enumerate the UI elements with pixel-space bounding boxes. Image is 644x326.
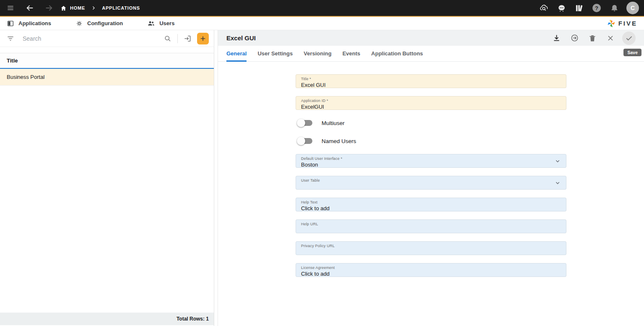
privacy-policy-url-field[interactable]: Privacy Policy URL bbox=[296, 241, 566, 255]
notifications-bell-icon[interactable] bbox=[609, 3, 620, 13]
chevron-down-icon bbox=[554, 158, 561, 164]
tab-events[interactable]: Events bbox=[343, 46, 361, 62]
plus-icon bbox=[199, 35, 207, 42]
forward-arrow-icon[interactable] bbox=[44, 3, 55, 13]
help-icon[interactable]: ? bbox=[591, 3, 602, 13]
users-people-icon bbox=[147, 19, 155, 27]
nav-item-applications[interactable]: Applications bbox=[7, 20, 51, 27]
general-form: Title * Excel GUI Application ID * Excel… bbox=[218, 62, 644, 326]
table-header-title[interactable]: Title bbox=[0, 53, 214, 69]
configuration-gear-icon bbox=[75, 20, 83, 27]
title-field[interactable]: Title * Excel GUI bbox=[296, 74, 566, 88]
tab-user-settings[interactable]: User Settings bbox=[257, 46, 293, 62]
help-text-field[interactable]: Help Text Click to add bbox=[296, 198, 566, 211]
cloud-inspect-icon[interactable] bbox=[538, 3, 549, 13]
multiuser-switch[interactable] bbox=[298, 120, 312, 126]
breadcrumb-home[interactable]: HOME bbox=[60, 5, 85, 11]
save-tooltip: Save bbox=[623, 49, 641, 56]
close-icon[interactable] bbox=[604, 32, 617, 44]
user-table-select[interactable]: User Table bbox=[296, 176, 566, 190]
toolbar-divider bbox=[177, 34, 178, 43]
applications-table: Title Business Portal Total Rows: 1 bbox=[0, 53, 214, 326]
application-detail-panel: Excel GUI General bbox=[218, 30, 644, 326]
user-avatar[interactable]: C bbox=[626, 2, 639, 14]
detail-tabs: General User Settings Versioning Events … bbox=[218, 46, 644, 62]
table-empty-space bbox=[0, 86, 214, 313]
tab-versioning[interactable]: Versioning bbox=[304, 46, 331, 62]
list-search-toolbar bbox=[0, 30, 214, 47]
total-rows-label: Total Rows: 1 bbox=[177, 316, 209, 322]
multiuser-toggle-row: Multiuser bbox=[296, 118, 566, 128]
filter-icon[interactable] bbox=[5, 33, 16, 44]
help-url-field[interactable]: Help URL bbox=[296, 219, 566, 233]
applications-panel-icon bbox=[7, 20, 14, 27]
home-icon bbox=[60, 5, 67, 11]
assistant-bot-icon[interactable] bbox=[556, 3, 567, 13]
license-agreement-field[interactable]: License Agreement Click to add bbox=[296, 263, 566, 277]
back-arrow-icon[interactable] bbox=[24, 3, 35, 13]
five-pinwheel-icon bbox=[607, 19, 616, 28]
breadcrumb-chevron-icon bbox=[91, 5, 96, 10]
panel-gap bbox=[214, 30, 218, 326]
save-check-icon[interactable] bbox=[622, 31, 636, 45]
tab-general[interactable]: General bbox=[226, 46, 247, 62]
application-id-field[interactable]: Application ID * ExcelGUI bbox=[296, 96, 566, 110]
five-logo: FIVE bbox=[607, 19, 637, 28]
delete-trash-icon[interactable] bbox=[586, 32, 599, 44]
add-application-button[interactable] bbox=[197, 33, 209, 44]
breadcrumb-applications[interactable]: APPLICATIONS bbox=[102, 5, 140, 10]
import-login-icon[interactable] bbox=[182, 33, 193, 44]
hamburger-menu-icon[interactable] bbox=[5, 3, 16, 13]
search-icon[interactable] bbox=[162, 33, 173, 44]
nav-item-configuration[interactable]: Configuration bbox=[75, 20, 123, 27]
table-footer: Total Rows: 1 bbox=[0, 313, 214, 325]
detail-title: Excel GUI bbox=[226, 34, 550, 42]
secondary-nav: Applications Configuration Users bbox=[0, 17, 644, 30]
nav-item-users[interactable]: Users bbox=[147, 19, 174, 27]
named-users-switch[interactable] bbox=[298, 138, 312, 144]
breadcrumb: HOME APPLICATIONS bbox=[60, 5, 140, 11]
table-row[interactable]: Business Portal bbox=[0, 69, 214, 86]
download-icon[interactable] bbox=[550, 32, 563, 44]
detail-header: Excel GUI bbox=[218, 30, 644, 46]
chevron-down-icon bbox=[554, 180, 561, 186]
applications-list-panel: Title Business Portal Total Rows: 1 bbox=[0, 30, 214, 326]
search-input[interactable] bbox=[23, 35, 158, 42]
open-run-icon[interactable] bbox=[568, 32, 581, 44]
default-user-interface-select[interactable]: Default User Interface * Boston bbox=[296, 154, 566, 168]
named-users-toggle-row: Named Users bbox=[296, 136, 566, 146]
top-app-bar: HOME APPLICATIONS bbox=[0, 0, 644, 17]
library-books-icon[interactable] bbox=[574, 3, 584, 13]
tab-application-buttons[interactable]: Application Buttons bbox=[371, 46, 423, 62]
